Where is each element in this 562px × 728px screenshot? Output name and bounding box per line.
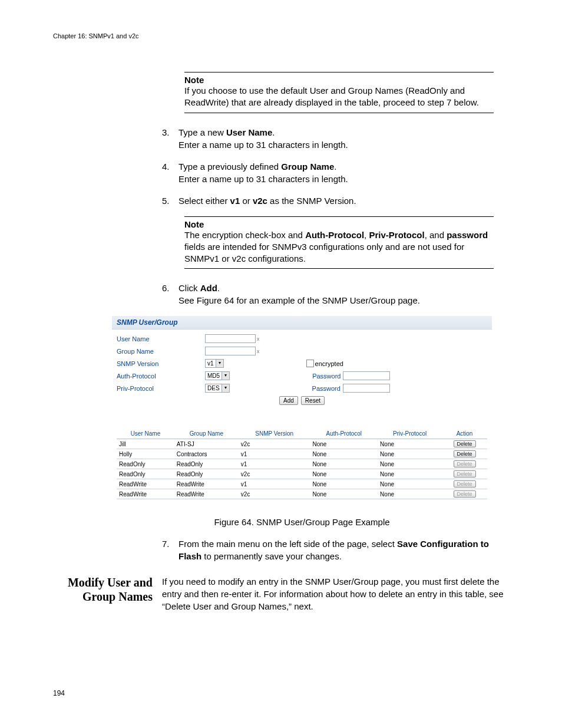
hint-x: x xyxy=(257,336,260,342)
col-action: Action xyxy=(442,429,487,439)
panel-title: SNMP User/Group xyxy=(112,316,492,330)
table-row: HollyContractorsv1NoneNoneDelete xyxy=(117,449,487,459)
delete-button: Delete xyxy=(454,490,476,498)
add-button[interactable]: Add xyxy=(279,396,298,405)
auth-protocol-select[interactable]: MD5▾ xyxy=(205,371,230,380)
step-6: 6. Click Add. See Figure 64 for an examp… xyxy=(162,282,509,307)
section-paragraph: If you need to modify an entry in the SN… xyxy=(162,575,509,612)
step-4: 4. Type a previously defined Group Name.… xyxy=(162,160,509,185)
col-snmp-version: SNMP Version xyxy=(239,429,310,439)
step-7: 7. From the main menu on the left side o… xyxy=(162,538,509,562)
section-heading: Modify User and Group Names xyxy=(53,575,162,612)
group-name-input[interactable] xyxy=(205,347,256,355)
figure-caption: Figure 64. SNMP User/Group Page Example xyxy=(112,517,492,527)
note-title: Note xyxy=(184,219,494,229)
table-row: ReadWriteReadWritev2cNoneNoneDelete xyxy=(117,489,487,499)
table-row: ReadOnlyReadOnlyv1NoneNoneDelete xyxy=(117,459,487,469)
step-3: 3. Type a new User Name. Enter a name up… xyxy=(162,126,509,151)
delete-button: Delete xyxy=(454,470,476,477)
step-5: 5. Select either v1 or v2c as the SNMP V… xyxy=(162,195,509,207)
chevron-down-icon: ▾ xyxy=(222,372,229,380)
delete-button: Delete xyxy=(454,460,476,467)
table-row: ReadOnlyReadOnlyv2cNoneNoneDelete xyxy=(117,469,487,479)
label-snmp-version: SNMP Version xyxy=(117,360,205,367)
delete-button[interactable]: Delete xyxy=(454,440,476,447)
auth-password-input[interactable] xyxy=(343,371,390,380)
table-row: JillATI-SJv2cNoneNoneDelete xyxy=(117,439,487,449)
col-user-name: User Name xyxy=(117,429,174,439)
chevron-down-icon: ▾ xyxy=(222,384,229,392)
delete-button: Delete xyxy=(454,480,476,487)
table-row: ReadWriteReadWritev1NoneNoneDelete xyxy=(117,479,487,489)
priv-protocol-select[interactable]: DES▾ xyxy=(205,384,230,393)
chapter-header: Chapter 16: SNMPv1 and v2c xyxy=(53,32,509,39)
priv-password-input[interactable] xyxy=(343,384,390,393)
snmp-version-select[interactable]: v1▾ xyxy=(205,359,224,368)
label-password: Password xyxy=(312,373,340,380)
note-block-2: Note The encryption check-box and Auth-P… xyxy=(184,216,494,269)
user-group-table: User Name Group Name SNMP Version Auth-P… xyxy=(117,429,487,499)
col-group-name: Group Name xyxy=(174,429,239,439)
label-auth-protocol: Auth-Protocol xyxy=(117,373,205,380)
note-title: Note xyxy=(184,75,494,85)
label-password: Password xyxy=(312,385,340,392)
encrypted-checkbox[interactable] xyxy=(306,360,314,367)
delete-button[interactable]: Delete xyxy=(454,450,476,457)
hint-x: x xyxy=(257,348,260,354)
label-group-name: Group Name xyxy=(117,348,205,355)
page-number: 194 xyxy=(53,689,65,697)
note-block-1: Note If you choose to use the default Us… xyxy=(184,72,494,113)
note-body: The encryption check-box and Auth-Protoc… xyxy=(184,229,494,265)
reset-button[interactable]: Reset xyxy=(301,396,325,405)
label-user-name: User Name xyxy=(117,335,205,342)
note-body: If you choose to use the default User an… xyxy=(184,85,494,109)
col-auth-protocol: Auth-Protocol xyxy=(310,429,378,439)
label-priv-protocol: Priv-Protocol xyxy=(117,385,205,392)
chevron-down-icon: ▾ xyxy=(216,360,223,367)
label-encrypted: encrypted xyxy=(315,360,343,367)
col-priv-protocol: Priv-Protocol xyxy=(378,429,442,439)
user-name-input[interactable] xyxy=(205,334,256,343)
